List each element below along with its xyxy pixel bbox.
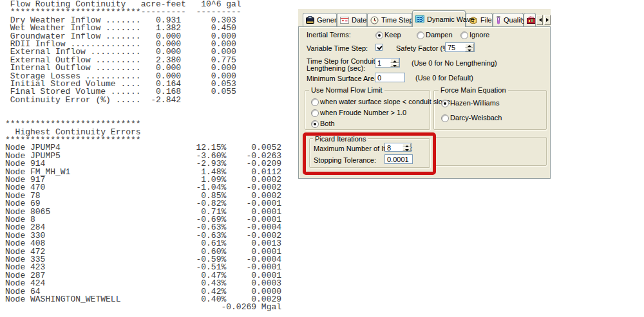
clock-icon xyxy=(370,16,379,24)
conduit-lengthening-spinner[interactable] xyxy=(390,58,400,68)
tab-partial[interactable] xyxy=(524,13,536,26)
froude-radio-label: when Froude Number > 1.0 xyxy=(320,109,406,116)
ignore-radio[interactable] xyxy=(460,32,468,39)
inertial-terms-label: Inertial Terms: xyxy=(307,31,351,39)
both-radio[interactable] xyxy=(311,120,319,128)
picard-highlight-rectangle xyxy=(303,132,436,175)
darcy-weisbach-radio-label: Darcy-Weisbach xyxy=(450,114,502,122)
tab-label: File xyxy=(480,16,492,24)
conduit-lengthening-hint: (Use 0 for No Lengthening) xyxy=(412,59,497,67)
keep-radio[interactable] xyxy=(375,32,383,39)
waves-icon xyxy=(415,15,424,23)
tab-label: Dynamic Wave xyxy=(427,15,475,23)
tab-label: Time Steps xyxy=(381,16,417,24)
report-icon xyxy=(527,16,536,24)
tab-dynamic-wave[interactable]: Dynamic Wave xyxy=(412,10,466,27)
slope-radio-label: when water surface slope < conduit slope xyxy=(320,98,450,105)
dampen-radio[interactable] xyxy=(417,32,424,39)
continuity-report: Flow Routing Continuity acre-feet 10^6 g… xyxy=(5,1,281,312)
both-radio-label: Both xyxy=(320,120,335,127)
tab-time-steps[interactable]: Time Steps xyxy=(367,13,412,26)
safety-factor-spinner[interactable] xyxy=(465,42,475,52)
min-surface-area-hint: (Use 0 for Default) xyxy=(415,74,473,82)
tab-dates[interactable]: Dates xyxy=(337,13,367,26)
calendar-icon xyxy=(340,17,349,24)
tab-quality[interactable]: Quality xyxy=(493,13,524,26)
safety-factor-input[interactable]: 75 xyxy=(445,42,466,52)
empty-group xyxy=(433,137,547,166)
conduit-lengthening-label-2: Lengthening (sec): xyxy=(307,64,365,72)
tab-scroll-right-button[interactable] xyxy=(544,15,551,25)
tab-scroll-left-button[interactable] xyxy=(536,15,543,25)
slope-radio[interactable] xyxy=(311,98,319,106)
tab-general[interactable]: General xyxy=(303,13,337,26)
normal-flow-limit-title: Use Normal Flow Limit xyxy=(309,86,384,94)
dampen-radio-label: Dampen xyxy=(426,31,453,39)
dynamic-wave-dialog: General Dates Time Steps Dynamic Wave Fi… xyxy=(298,9,551,179)
min-surface-area-label: Minimum Surface Area: xyxy=(307,75,380,82)
notebook-icon xyxy=(306,16,314,24)
right-arrow-icon xyxy=(546,18,551,22)
test-tube-icon xyxy=(496,16,501,24)
conduit-lengthening-input[interactable]: 1 xyxy=(375,58,391,68)
min-surface-area-input[interactable]: 0 xyxy=(375,73,405,82)
force-main-group xyxy=(433,90,547,130)
hazen-williams-radio[interactable] xyxy=(441,100,449,107)
darcy-weisbach-radio[interactable] xyxy=(441,114,449,122)
force-main-title: Force Main Equation xyxy=(439,86,508,94)
froude-radio[interactable] xyxy=(311,109,319,117)
tab-label: Quality xyxy=(504,16,526,24)
ignore-radio-label: Ignore xyxy=(469,31,489,39)
left-arrow-icon xyxy=(537,18,542,22)
variable-time-step-checkbox[interactable] xyxy=(375,44,383,51)
keep-radio-label: Keep xyxy=(384,31,401,39)
variable-time-step-label: Variable Time Step: xyxy=(307,44,368,52)
hazen-williams-radio-label: Hazen-Williams xyxy=(450,99,499,107)
